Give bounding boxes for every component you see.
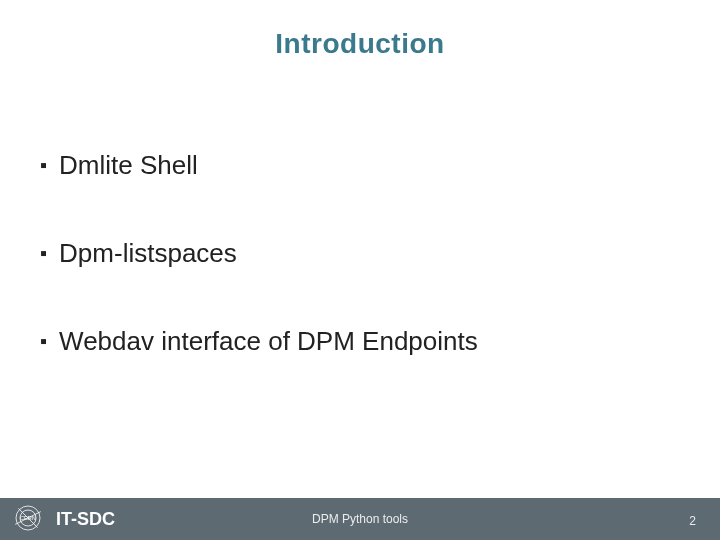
list-item: ▪ Webdav interface of DPM Endpoints [40,326,680,356]
square-bullet-icon: ▪ [40,238,47,268]
square-bullet-icon: ▪ [40,326,47,356]
square-bullet-icon: ▪ [40,150,47,180]
page-title: Introduction [0,28,720,60]
list-item-label: Dmlite Shell [59,150,198,180]
brand-label: IT-SDC [56,509,115,530]
list-item-label: Dpm-listspaces [59,238,237,268]
slide: Introduction ▪ Dmlite Shell ▪ Dpm-listsp… [0,0,720,540]
cern-logo-icon: CERN [12,502,44,534]
list-item: ▪ Dmlite Shell [40,150,680,180]
list-item: ▪ Dpm-listspaces [40,238,680,268]
svg-text:CERN: CERN [20,515,36,521]
bullet-list: ▪ Dmlite Shell ▪ Dpm-listspaces ▪ Webdav… [40,150,680,414]
list-item-label: Webdav interface of DPM Endpoints [59,326,478,356]
page-number: 2 [689,514,696,528]
